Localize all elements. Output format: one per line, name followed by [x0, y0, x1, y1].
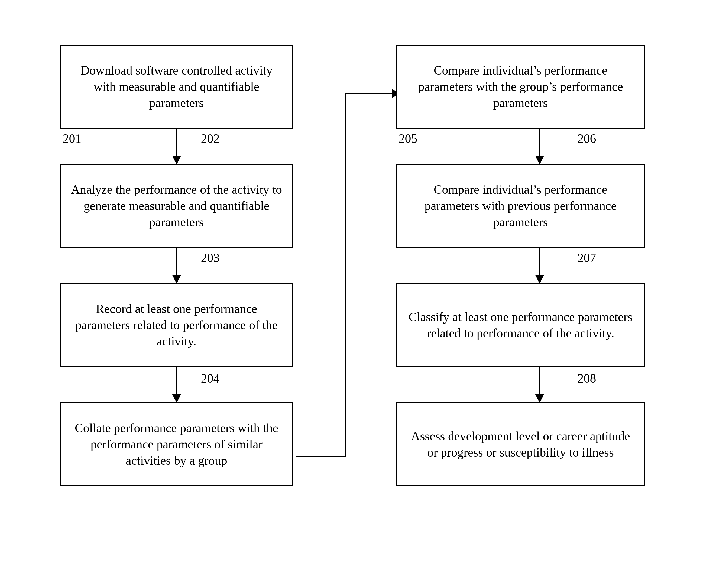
label-207: 207: [578, 251, 596, 265]
box-207: Classify at least one performance parame…: [396, 283, 645, 367]
svg-marker-1: [173, 156, 181, 164]
box-205: Compare individual’s performance paramet…: [396, 45, 645, 129]
box-207-text: Classify at least one performance parame…: [405, 309, 636, 341]
label-208: 208: [578, 371, 596, 385]
svg-marker-10: [536, 275, 544, 283]
box-205-text: Compare individual’s performance paramet…: [405, 62, 636, 111]
svg-marker-8: [536, 156, 544, 164]
svg-marker-3: [173, 275, 181, 283]
box-201: Download software controlled activity wi…: [60, 45, 293, 129]
box-208-text: Assess development level or career aptit…: [405, 428, 636, 461]
svg-marker-12: [536, 394, 544, 402]
box-206-text: Compare individual’s performance paramet…: [405, 182, 636, 230]
box-203: Record at least one performance paramete…: [60, 283, 293, 367]
box-201-text: Download software controlled activity wi…: [69, 62, 284, 111]
box-202-text: Analyze the performance of the activity …: [69, 182, 284, 230]
box-208: Assess development level or career aptit…: [396, 402, 645, 486]
label-202-left: 202: [201, 131, 220, 146]
svg-marker-5: [173, 394, 181, 402]
box-204: Collate performance parameters with the …: [60, 402, 293, 486]
label-204: 204: [201, 371, 220, 385]
label-205: 205: [399, 131, 417, 146]
flowchart: Download software controlled activity wi…: [33, 23, 683, 565]
label-201: 201: [63, 131, 82, 146]
box-202: Analyze the performance of the activity …: [60, 164, 293, 248]
label-206: 206: [578, 131, 596, 146]
box-204-text: Collate performance parameters with the …: [69, 420, 284, 468]
box-203-text: Record at least one performance paramete…: [69, 301, 284, 349]
label-203: 203: [201, 251, 220, 265]
box-206: Compare individual’s performance paramet…: [396, 164, 645, 248]
diagram-container: Download software controlled activity wi…: [0, 0, 716, 588]
